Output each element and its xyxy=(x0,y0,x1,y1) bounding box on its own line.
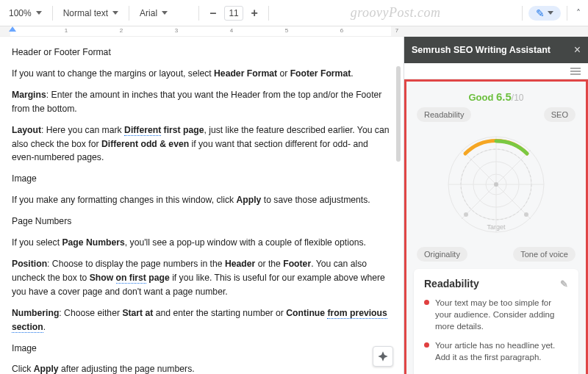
svg-point-11 xyxy=(494,182,498,187)
hamburger-icon[interactable] xyxy=(570,68,581,75)
chevron-down-icon xyxy=(112,11,118,15)
pencil-icon: ✎ xyxy=(536,7,545,19)
fontsize-input[interactable]: 11 xyxy=(224,6,243,21)
list-item: Your text may be too simple for your aud… xyxy=(424,297,568,332)
style-value: Normal text xyxy=(63,8,108,18)
sidebar-header: Semrush SEO Writing Assistant × xyxy=(404,37,588,63)
doc-text: If you select Page Numbers, you'll see a… xyxy=(12,236,390,250)
radar-svg xyxy=(441,129,551,240)
doc-text: If you want to change the margins or lay… xyxy=(12,67,390,81)
separator xyxy=(198,6,199,21)
pill-originality[interactable]: Originality xyxy=(417,247,467,262)
horizontal-ruler[interactable]: 1 2 3 4 5 6 7 xyxy=(0,26,588,37)
doc-text: Image xyxy=(12,342,390,356)
bullet-icon xyxy=(424,342,429,348)
doc-text: Image xyxy=(12,172,390,186)
explore-button[interactable] xyxy=(373,346,393,367)
decrease-fontsize-button[interactable]: – xyxy=(205,5,221,21)
doc-text: Page Numbers xyxy=(12,215,390,229)
doc-text: Header or Footer Format xyxy=(12,46,390,60)
pencil-icon[interactable]: ✎ xyxy=(560,278,568,290)
vertical-scrollbar[interactable] xyxy=(395,37,402,374)
readability-card[interactable]: Readability ✎ Your text may be too simpl… xyxy=(414,269,578,374)
chevron-down-icon xyxy=(162,11,168,15)
pill-seo[interactable]: SEO xyxy=(544,107,576,122)
docs-toolbar: 100% Normal text Arial – 11 + groovyPost… xyxy=(0,0,588,26)
doc-text: Margins: Enter the amount in inches that… xyxy=(12,88,390,116)
separator xyxy=(268,6,269,21)
document-page[interactable]: Header or Footer Format If you want to c… xyxy=(0,37,404,374)
card-title: Readability xyxy=(424,278,479,290)
zoom-select[interactable]: 100% xyxy=(4,6,46,21)
watermark-text: groovyPost.com xyxy=(275,5,516,21)
readability-warnings: Your text may be too simple for your aud… xyxy=(424,297,568,363)
zoom-value: 100% xyxy=(9,8,32,18)
list-item: Your article has no headline yet. Add it… xyxy=(424,339,568,363)
bullet-icon xyxy=(424,300,429,305)
scroll-thumb[interactable] xyxy=(396,66,401,162)
svg-point-10 xyxy=(524,212,528,217)
fontsize-value: 11 xyxy=(229,8,238,18)
separator xyxy=(52,6,53,21)
doc-text: Position: Choose to display the page num… xyxy=(12,257,390,299)
paragraph-style-select[interactable]: Normal text xyxy=(59,6,123,21)
separator xyxy=(129,6,129,21)
font-value: Arial xyxy=(140,8,157,18)
close-icon[interactable]: × xyxy=(574,43,581,57)
doc-text: Layout: Here you can mark Different firs… xyxy=(12,123,390,165)
chevron-down-icon xyxy=(548,11,553,15)
collapse-toolbar-button[interactable]: ˄ xyxy=(573,8,584,18)
doc-text: If you make any formatting changes in th… xyxy=(12,193,390,207)
svg-point-9 xyxy=(464,212,468,217)
pill-readability[interactable]: Readability xyxy=(417,107,471,122)
overall-score: Good 6.5/10 xyxy=(414,90,578,103)
sidebar-menu-bar xyxy=(404,63,588,79)
doc-text: Click Apply after adjusting the page num… xyxy=(12,362,390,374)
increase-fontsize-button[interactable]: + xyxy=(246,5,262,21)
pill-tone[interactable]: Tone of voice xyxy=(513,247,576,262)
plus-diamond-icon xyxy=(377,350,389,362)
editing-mode-button[interactable]: ✎ xyxy=(528,6,561,21)
radar-chart: Readability SEO Originality Tone of voic… xyxy=(414,107,578,262)
indent-marker[interactable] xyxy=(9,26,16,32)
sidebar-title: Semrush SEO Writing Assistant xyxy=(412,45,551,55)
separator xyxy=(567,6,567,21)
doc-text: Numbering: Choose either Start at and en… xyxy=(12,306,390,334)
separator xyxy=(522,6,523,21)
semrush-sidebar: Semrush SEO Writing Assistant × Good 6.5… xyxy=(404,37,588,374)
font-select[interactable]: Arial xyxy=(135,6,193,21)
chevron-down-icon xyxy=(36,11,42,15)
sidebar-body: Good 6.5/10 Readability SEO Originality … xyxy=(404,79,588,374)
